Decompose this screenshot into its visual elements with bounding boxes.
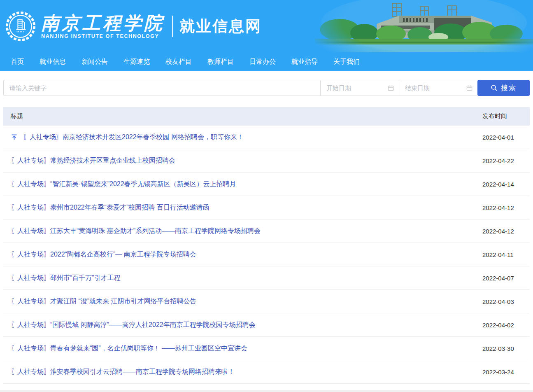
end-date-input[interactable]	[399, 80, 477, 96]
table-row: 〖人社专场〗南京经济技术开发区2022年春季校园 网络招聘会，职等你来！2022…	[3, 126, 530, 149]
announcement-link[interactable]: 〖人社专场〗南京经济技术开发区2022年春季校园 网络招聘会，职等你来！	[23, 133, 244, 142]
announcement-list: 〖人社专场〗南京经济技术开发区2022年春季校园 网络招聘会，职等你来！2022…	[3, 126, 530, 384]
school-name-en: NANJING INSTITUTE OF TECHNOLOGY	[41, 33, 165, 39]
header-banner: 南京工程学院 NANJING INSTITUTE OF TECHNOLOGY 就…	[0, 0, 533, 52]
column-header-title: 标题	[3, 112, 482, 120]
main-nav: 首页就业信息新闻公告生源速览校友栏目教师栏目日常办公就业指导关于我们	[0, 52, 533, 71]
announcement-link[interactable]: 〖人社专场〗“智汇新吴·锡望您来”2022春季无锡高新区（新吴区）云上招聘月	[11, 180, 236, 189]
table-row: 〖人社专场〗“国际慢城 闲静高淳”——高淳人社2022年南京工程学院校园专场招聘…	[3, 313, 530, 337]
publish-date: 2022-03-30	[482, 345, 530, 352]
table-row: 〖人社专场〗泰州市2022年春季“泰爱才”校园招聘 百日行活动邀请函2022-0…	[3, 196, 530, 219]
publish-date: 2022-04-12	[482, 204, 530, 211]
brand-block: 南京工程学院 NANJING INSTITUTE OF TECHNOLOGY	[41, 14, 165, 39]
school-logo-seal-icon	[5, 11, 36, 42]
title-cell: 〖人社专场〗才聚江阴 “澄”就未来 江阴市引才网络平台招聘公告	[3, 297, 482, 306]
title-cell: 〖人社专场〗江苏大丰“黄海明珠 惠企助才”系列活动——南京工程学院网络专场招聘会	[3, 227, 482, 236]
announcement-link[interactable]: 〖人社专场〗邳州市“百千万”引才工程	[11, 274, 121, 282]
nav-item-7[interactable]: 日常办公	[242, 52, 284, 71]
table-row: 〖人社专场〗青春有梦就来“园”，名企优岗职等你！ ——苏州工业园区空中宣讲会20…	[3, 337, 530, 360]
start-date-input[interactable]	[320, 80, 399, 96]
search-button-label: 搜索	[501, 83, 517, 93]
search-bar: 搜索	[3, 80, 530, 96]
pinned-top-icon	[11, 134, 18, 141]
announcement-table: 标题 发布时间 〖人社专场〗南京经济技术开发区2022年春季校园 网络招聘会，职…	[3, 107, 530, 384]
footer-strip	[0, 390, 533, 392]
title-cell: 〖人社专场〗常熟经济技术开区重点企业线上校园招聘会	[3, 156, 482, 165]
title-cell: 〖人社专场〗淮安春季校园引才云招聘——南京工程学院专场网络招聘来啦！	[3, 368, 482, 376]
nav-item-6[interactable]: 教师栏目	[200, 52, 242, 71]
keyword-box	[3, 80, 320, 96]
announcement-link[interactable]: 〖人社专场〗泰州市2022年春季“泰爱才”校园招聘 百日行活动邀请函	[11, 203, 209, 212]
title-cell: 〖人社专场〗邳州市“百千万”引才工程	[3, 274, 482, 282]
column-header-date: 发布时间	[482, 112, 530, 120]
start-date-box	[320, 80, 399, 96]
table-row: 〖人社专场〗才聚江阴 “澄”就未来 江阴市引才网络平台招聘公告2022-04-0…	[3, 290, 530, 313]
publish-date: 2022-04-12	[482, 228, 530, 235]
table-row: 〖人社专场〗2022“陶都名企高校行”— 南京工程学院专场招聘会2022-04-…	[3, 243, 530, 266]
publish-date: 2022-04-02	[482, 322, 530, 329]
publish-date: 2022-04-11	[482, 251, 530, 258]
title-cell: 〖人社专场〗“智汇新吴·锡望您来”2022春季无锡高新区（新吴区）云上招聘月	[3, 180, 482, 189]
site-name: 就业信息网	[179, 16, 262, 37]
search-button[interactable]: 搜索	[477, 80, 530, 96]
publish-date: 2022-04-01	[482, 134, 530, 141]
nav-item-5[interactable]: 校友栏目	[158, 52, 200, 71]
table-row: 〖人社专场〗邳州市“百千万”引才工程2022-04-07	[3, 266, 530, 290]
publish-date: 2022-04-07	[482, 275, 530, 282]
nav-item-1[interactable]: 首页	[3, 52, 32, 71]
announcement-link[interactable]: 〖人社专场〗“国际慢城 闲静高淳”——高淳人社2022年南京工程学院校园专场招聘…	[11, 321, 256, 329]
nav-item-2[interactable]: 就业信息	[32, 52, 74, 71]
announcement-link[interactable]: 〖人社专场〗淮安春季校园引才云招聘——南京工程学院专场网络招聘来啦！	[11, 368, 235, 376]
nav-item-3[interactable]: 新闻公告	[74, 52, 116, 71]
table-row: 〖人社专场〗淮安春季校园引才云招聘——南京工程学院专场网络招聘来啦！2022-0…	[3, 360, 530, 384]
nav-item-9[interactable]: 关于我们	[326, 52, 368, 71]
table-header-row: 标题 发布时间	[3, 107, 530, 126]
title-cell: 〖人社专场〗泰州市2022年春季“泰爱才”校园招聘 百日行活动邀请函	[3, 203, 482, 212]
title-cell: 〖人社专场〗2022“陶都名企高校行”— 南京工程学院专场招聘会	[3, 250, 482, 259]
school-name-cn: 南京工程学院	[41, 14, 165, 33]
nav-item-4[interactable]: 生源速览	[116, 52, 158, 71]
title-cell: 〖人社专场〗“国际慢城 闲静高淳”——高淳人社2022年南京工程学院校园专场招聘…	[3, 321, 482, 329]
publish-date: 2022-04-22	[482, 157, 530, 164]
table-row: 〖人社专场〗“智汇新吴·锡望您来”2022春季无锡高新区（新吴区）云上招聘月20…	[3, 173, 530, 196]
announcement-link[interactable]: 〖人社专场〗2022“陶都名企高校行”— 南京工程学院专场招聘会	[11, 250, 196, 259]
announcement-link[interactable]: 〖人社专场〗常熟经济技术开区重点企业线上校园招聘会	[11, 156, 175, 165]
search-icon	[491, 84, 498, 91]
table-row: 〖人社专场〗常熟经济技术开区重点企业线上校园招聘会2022-04-22	[3, 149, 530, 173]
title-cell: 〖人社专场〗青春有梦就来“园”，名企优岗职等你！ ——苏州工业园区空中宣讲会	[3, 344, 482, 353]
announcement-link[interactable]: 〖人社专场〗才聚江阴 “澄”就未来 江阴市引才网络平台招聘公告	[11, 297, 197, 306]
keyword-input[interactable]	[3, 80, 320, 96]
announcement-link[interactable]: 〖人社专场〗江苏大丰“黄海明珠 惠企助才”系列活动——南京工程学院网络专场招聘会	[11, 227, 261, 236]
nav-item-8[interactable]: 就业指导	[284, 52, 326, 71]
announcement-link[interactable]: 〖人社专场〗青春有梦就来“园”，名企优岗职等你！ ——苏州工业园区空中宣讲会	[11, 344, 247, 353]
end-date-box	[399, 80, 477, 96]
brand-divider	[172, 16, 173, 37]
table-row: 〖人社专场〗江苏大丰“黄海明珠 惠企助才”系列活动——南京工程学院网络专场招聘会…	[3, 219, 530, 243]
title-cell: 〖人社专场〗南京经济技术开发区2022年春季校园 网络招聘会，职等你来！	[3, 133, 482, 142]
publish-date: 2022-04-03	[482, 298, 530, 305]
publish-date: 2022-04-14	[482, 181, 530, 188]
publish-date: 2022-03-24	[482, 369, 530, 376]
